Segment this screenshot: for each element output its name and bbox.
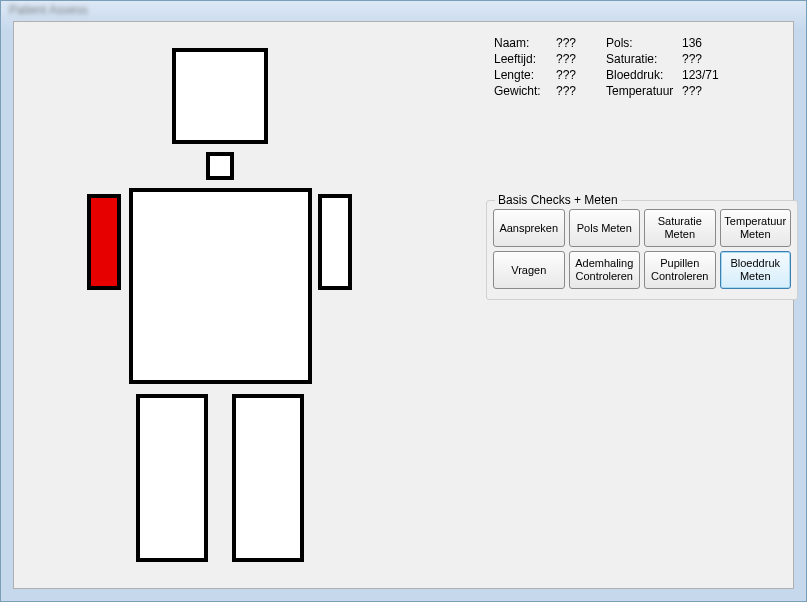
label-leeftijd: Leeftijd: [494, 52, 556, 66]
label-gewicht: Gewicht: [494, 84, 556, 98]
value-lengte: ??? [556, 68, 606, 82]
value-naam: ??? [556, 36, 606, 50]
body-right-upper-arm[interactable] [318, 194, 352, 290]
button-row-1: Aanspreken Pols Meten Saturatie Meten Te… [493, 209, 791, 247]
checks-group: Basis Checks + Meten Aanspreken Pols Met… [486, 200, 798, 300]
bloeddruk-meten-button[interactable]: Bloeddruk Meten [720, 251, 792, 289]
ademhaling-controleren-button[interactable]: Ademhaling Controleren [569, 251, 641, 289]
body-figure [14, 22, 444, 582]
label-lengte: Lengte: [494, 68, 556, 82]
pupillen-controleren-button[interactable]: Pupillen Controleren [644, 251, 716, 289]
value-saturatie: ??? [682, 52, 722, 66]
pols-meten-button[interactable]: Pols Meten [569, 209, 641, 247]
body-head[interactable] [172, 48, 268, 144]
app-window: Patient Assess Naam: ??? Pols: 136 Leeft… [0, 0, 807, 602]
label-temperatuur: Temperatuur [606, 84, 682, 98]
button-row-2: Vragen Ademhaling Controleren Pupillen C… [493, 251, 791, 289]
label-naam: Naam: [494, 36, 556, 50]
body-right-leg[interactable] [232, 394, 304, 562]
label-pols: Pols: [606, 36, 682, 50]
temperatuur-meten-button[interactable]: Temperatuur Meten [720, 209, 792, 247]
patient-info: Naam: ??? Pols: 136 Leeftijd: ??? Satura… [494, 36, 794, 98]
label-bloeddruk: Bloeddruk: [606, 68, 682, 82]
value-pols: 136 [682, 36, 722, 50]
value-bloeddruk: 123/71 [682, 68, 722, 82]
saturatie-meten-button[interactable]: Saturatie Meten [644, 209, 716, 247]
body-torso[interactable] [129, 188, 312, 384]
content-panel: Naam: ??? Pols: 136 Leeftijd: ??? Satura… [13, 21, 794, 589]
group-title: Basis Checks + Meten [495, 193, 621, 207]
label-saturatie: Saturatie: [606, 52, 682, 66]
aanspreken-button[interactable]: Aanspreken [493, 209, 565, 247]
body-neck[interactable] [206, 152, 234, 180]
value-gewicht: ??? [556, 84, 606, 98]
vragen-button[interactable]: Vragen [493, 251, 565, 289]
body-left-upper-arm[interactable] [87, 194, 121, 290]
value-temperatuur: ??? [682, 84, 722, 98]
value-leeftijd: ??? [556, 52, 606, 66]
window-titlebar: Patient Assess [1, 1, 806, 15]
body-left-leg[interactable] [136, 394, 208, 562]
window-title: Patient Assess [9, 3, 88, 17]
